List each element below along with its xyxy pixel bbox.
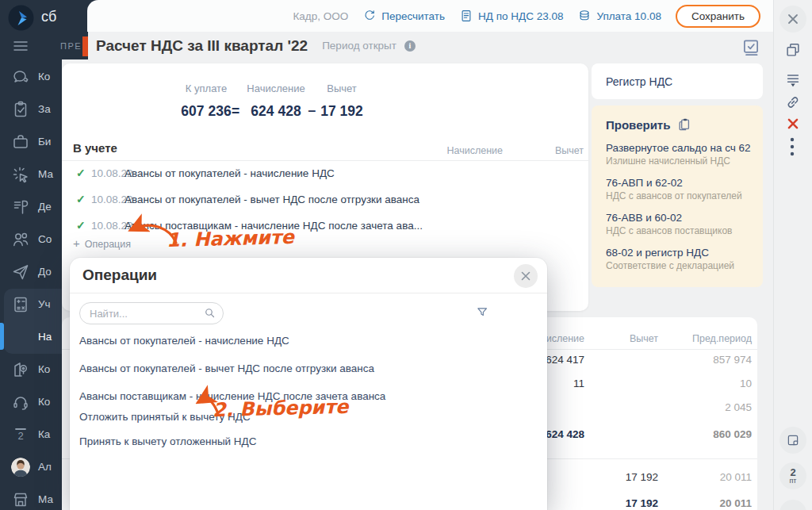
modal-close-button[interactable] bbox=[514, 264, 538, 288]
payable-label: К уплате bbox=[186, 82, 227, 94]
check-icon: ✓ bbox=[76, 193, 86, 205]
document-icon bbox=[459, 9, 473, 23]
accrual-label: Начисление bbox=[247, 82, 304, 94]
operation-option[interactable]: Отложить принятый к вычету НДС bbox=[79, 411, 251, 423]
check-icon: ✓ bbox=[76, 219, 86, 232]
spacer bbox=[11, 328, 30, 347]
building-pin-icon bbox=[11, 360, 30, 379]
extra-button[interactable] bbox=[779, 500, 806, 510]
headset-icon bbox=[11, 393, 30, 412]
check-icon: ✓ bbox=[76, 167, 86, 179]
chat-icon bbox=[11, 67, 30, 86]
vat-register-link[interactable]: Регистр НДС bbox=[592, 63, 763, 99]
check-panel-title: Проверить bbox=[606, 117, 763, 132]
list-sort-icon[interactable] bbox=[784, 71, 802, 89]
payment-button[interactable]: Уплата 10.08 bbox=[577, 9, 661, 23]
note-icon bbox=[786, 433, 800, 447]
add-operation-button[interactable]: +Операция bbox=[73, 236, 131, 250]
search-input[interactable] bbox=[79, 302, 224, 324]
ledger-row[interactable]: ✓ 10.08.22 Авансы поставщикам - начислен… bbox=[62, 219, 588, 238]
calendar-widget-button[interactable]: 2 пт bbox=[779, 462, 806, 489]
papers-icon bbox=[11, 197, 30, 217]
check-item[interactable]: Развернутое сальдо на сч 62 Излишне начи… bbox=[606, 141, 763, 167]
calculator-icon bbox=[11, 295, 30, 314]
accrual-value: 624 428 bbox=[251, 103, 301, 120]
refresh-icon bbox=[362, 9, 377, 23]
saby-logo-icon[interactable] bbox=[8, 5, 34, 31]
deduction-value: 17 192 bbox=[320, 103, 363, 120]
divider bbox=[62, 160, 588, 161]
ledger-row[interactable]: ✓ 10.08.22 Авансы от покупателей - вычет… bbox=[62, 193, 588, 212]
page-header: Расчет НДС за III квартал '22 Период отк… bbox=[88, 32, 773, 59]
search-field bbox=[79, 302, 224, 324]
brand-text: сб bbox=[41, 9, 56, 25]
ledger-row[interactable]: ✓ 10.08.22 Авансы от покупателей - начис… bbox=[62, 167, 588, 186]
svg-text:2: 2 bbox=[17, 430, 23, 442]
report-check-icon[interactable] bbox=[741, 37, 761, 58]
ledger-col-accrual: Начисление bbox=[446, 145, 503, 156]
avatar bbox=[11, 458, 30, 477]
right-toolbar: 2 пт bbox=[773, 0, 812, 510]
payable-value: 607 236 bbox=[181, 103, 231, 120]
ledger-title: В учете bbox=[73, 141, 117, 155]
calendar-icon: 2 bbox=[11, 425, 30, 444]
duplicate-icon[interactable] bbox=[784, 41, 802, 59]
link-icon[interactable] bbox=[784, 94, 802, 111]
magic-cursor-icon bbox=[11, 165, 30, 184]
clipboard-icon[interactable] bbox=[676, 117, 692, 132]
close-icon bbox=[787, 13, 799, 25]
company-selector[interactable]: Кадр, ООО bbox=[293, 10, 348, 22]
equals-sign: = bbox=[232, 103, 239, 120]
search-icon[interactable] bbox=[203, 306, 217, 320]
operation-option[interactable]: Принять к вычету отложенный НДС bbox=[79, 435, 257, 447]
operation-option[interactable]: Авансы от покупателей - начисление НДС bbox=[79, 335, 289, 347]
plus-icon: + bbox=[73, 236, 80, 250]
briefcase-icon bbox=[11, 132, 30, 151]
minus-sign: − bbox=[308, 103, 316, 120]
check-panel: Проверить Развернутое сальдо на сч 62 Из… bbox=[592, 105, 763, 287]
table-col-prev: Пред.период bbox=[692, 333, 752, 344]
more-menu-icon[interactable] bbox=[788, 136, 796, 157]
hamburger-icon bbox=[11, 36, 30, 56]
coins-icon bbox=[577, 9, 592, 23]
info-icon[interactable]: i bbox=[404, 40, 416, 52]
divider bbox=[70, 293, 547, 293]
save-button[interactable]: Сохранить bbox=[676, 5, 760, 28]
accordion-section-label: ПРЕ bbox=[60, 41, 82, 51]
top-toolbar: Кадр, ООО Пересчитать НД по НДС 23.08 Уп… bbox=[87, 0, 773, 32]
page-title: Расчет НДС за III квартал '22 bbox=[96, 37, 308, 55]
close-icon bbox=[520, 270, 531, 282]
check-item[interactable]: 76-АВВ и 60-02 НДС с авансов поставщиков bbox=[606, 211, 763, 237]
title-flag-marker bbox=[82, 36, 88, 56]
check-item[interactable]: 68-02 и регистр НДС Соответствие с декла… bbox=[606, 246, 763, 272]
people-icon bbox=[11, 230, 30, 249]
operation-option[interactable]: Авансы от покупателей - вычет НДС после … bbox=[79, 362, 374, 374]
deduction-label: Вычет bbox=[327, 82, 357, 94]
table-col-deduction: Вычет bbox=[630, 333, 658, 344]
calendar-weekday: пт bbox=[790, 477, 797, 485]
modal-title: Операции bbox=[82, 258, 157, 293]
filter-icon[interactable] bbox=[476, 305, 489, 319]
declaration-button[interactable]: НД по НДС 23.08 bbox=[459, 9, 563, 23]
send-icon bbox=[11, 263, 30, 282]
tasks-icon bbox=[11, 100, 30, 119]
shop-icon bbox=[11, 490, 30, 509]
notes-button[interactable] bbox=[779, 427, 806, 454]
operation-option[interactable]: Авансы поставщикам - начисление НДС посл… bbox=[79, 390, 385, 402]
close-panel-button[interactable] bbox=[779, 6, 806, 33]
check-item[interactable]: 76-АВП и 62-02 НДС с авансов от покупате… bbox=[606, 176, 763, 202]
ledger-col-deduction: Вычет bbox=[555, 145, 584, 156]
delete-icon[interactable] bbox=[784, 115, 802, 132]
period-status: Период открыт bbox=[322, 40, 396, 52]
recalculate-button[interactable]: Пересчитать bbox=[362, 9, 445, 23]
operations-modal: Операции Авансы от покупателей - начисле… bbox=[70, 258, 547, 510]
